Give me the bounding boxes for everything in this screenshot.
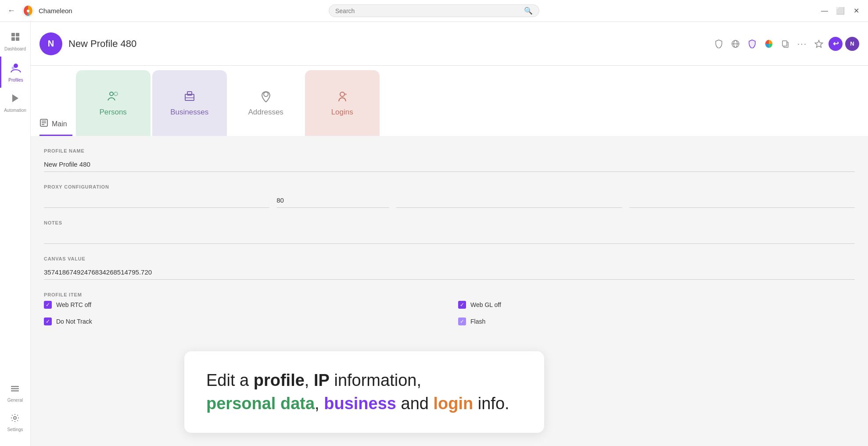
more-icon[interactable]: ··· — [795, 37, 809, 51]
tab-logins[interactable]: Logins — [305, 70, 380, 136]
copy-icon[interactable] — [778, 37, 793, 51]
restore-button[interactable]: ⬜ — [834, 4, 847, 18]
tab-addresses-label: Addresses — [248, 108, 283, 117]
svg-point-31 — [345, 93, 347, 95]
canvas-section: CANVAS VALUE — [44, 256, 855, 280]
title-bar-left: ← Chameleon — [5, 5, 154, 17]
checkbox-web-gl: ✓ Web GL off — [458, 301, 855, 309]
profiles-icon — [10, 62, 22, 76]
star-icon[interactable] — [812, 37, 826, 51]
svg-point-12 — [14, 417, 16, 419]
back-button[interactable]: ← — [5, 5, 18, 17]
tabs-row: Main Persons Businesses — [31, 66, 868, 136]
settings-icon — [10, 413, 20, 425]
privacy-icon[interactable] — [745, 37, 759, 51]
checkbox-flash-label: Flash — [470, 318, 485, 325]
sidebar-item-profiles[interactable]: Profiles — [0, 57, 30, 88]
svg-rect-4 — [11, 37, 15, 41]
title-bar-center: 🔍 — [154, 4, 714, 17]
profile-item-label: PROFILE ITEM — [44, 292, 855, 297]
checkbox-do-not-track-box[interactable]: ✓ — [44, 318, 52, 325]
close-button[interactable]: ✕ — [850, 4, 863, 18]
sidebar-item-dashboard-label: Dashboard — [4, 46, 26, 51]
app-body: Dashboard Profiles Automation — [0, 22, 868, 446]
profile-name: New Profile 480 — [68, 38, 136, 50]
search-bar[interactable]: 🔍 — [329, 4, 539, 17]
globe-icon[interactable] — [728, 37, 742, 51]
svg-rect-5 — [16, 37, 19, 41]
info-line1: Edit a profile, IP information, — [206, 369, 522, 392]
user-avatar-2[interactable]: N — [845, 37, 859, 51]
checkbox-web-gl-box[interactable]: ✓ — [458, 301, 466, 309]
sidebar-item-general[interactable]: General — [7, 378, 23, 408]
proxy-host-input[interactable] — [44, 193, 269, 208]
svg-point-1 — [27, 10, 29, 12]
checkbox-do-not-track-label: Do Not Track — [56, 318, 92, 325]
checkbox-flash-box[interactable]: ✓ — [458, 318, 466, 325]
sidebar-item-settings-label: Settings — [7, 427, 23, 432]
sidebar-item-dashboard[interactable]: Dashboard — [0, 26, 30, 57]
title-bar: ← Chameleon 🔍 — ⬜ ✕ — [0, 0, 868, 22]
sidebar-item-profiles-label: Profiles — [8, 78, 23, 82]
sidebar: Dashboard Profiles Automation — [0, 22, 31, 446]
proxy-port-input[interactable] — [276, 193, 389, 208]
general-icon — [10, 384, 20, 396]
app-title: Chameleon — [39, 7, 72, 14]
canvas-input[interactable] — [44, 265, 855, 280]
sidebar-item-general-label: General — [7, 398, 23, 403]
svg-rect-2 — [11, 33, 15, 36]
content-area: N New Profile 480 — [31, 22, 868, 446]
checkbox-web-rtc-box[interactable]: ✓ — [44, 301, 52, 309]
sidebar-item-automation-label: Automation — [4, 108, 26, 113]
search-icon: 🔍 — [524, 7, 533, 15]
user-avatar-1[interactable]: ↩ — [829, 37, 843, 51]
svg-point-30 — [340, 92, 344, 96]
profile-items-grid: ✓ Web RTC off ✓ Web GL off ✓ Do Not Trac… — [44, 301, 855, 330]
svg-marker-19 — [815, 40, 823, 47]
proxy-config-label: PROXY CONFIGURATION — [44, 184, 855, 189]
persons-tab-icon — [107, 90, 119, 104]
businesses-tab-icon — [183, 90, 196, 104]
sidebar-item-automation[interactable]: Automation — [0, 88, 30, 118]
tab-addresses[interactable]: Addresses — [229, 70, 303, 136]
automation-icon — [10, 93, 21, 106]
tab-main-label: Main — [52, 120, 67, 128]
minimize-button[interactable]: — — [818, 4, 831, 18]
svg-point-25 — [114, 92, 118, 96]
toolbar-icons: ··· ↩ N — [712, 37, 859, 51]
notes-input[interactable] — [44, 229, 855, 244]
chameleon-icon[interactable] — [762, 37, 776, 51]
search-input[interactable] — [335, 7, 520, 14]
info-box: Edit a profile, IP information, personal… — [184, 351, 544, 433]
app-logo — [22, 5, 34, 17]
profile-avatar: N — [39, 32, 62, 55]
tab-main[interactable]: Main — [39, 113, 72, 136]
shield-icon[interactable] — [712, 37, 726, 51]
checkbox-web-rtc-label: Web RTC off — [56, 301, 91, 308]
tab-businesses[interactable]: Businesses — [152, 70, 227, 136]
canvas-label: CANVAS VALUE — [44, 256, 855, 261]
main-tab-icon — [39, 118, 48, 129]
svg-rect-10 — [11, 388, 19, 389]
svg-rect-11 — [11, 390, 19, 392]
title-bar-right: — ⬜ ✕ — [714, 4, 863, 18]
checkbox-flash: ✓ Flash — [458, 318, 855, 325]
addresses-tab-icon — [261, 90, 271, 104]
sidebar-item-settings[interactable]: Settings — [7, 408, 23, 437]
svg-rect-9 — [11, 386, 19, 387]
profile-item-section: PROFILE ITEM ✓ Web RTC off ✓ Web GL off … — [44, 292, 855, 330]
svg-rect-18 — [782, 41, 787, 46]
proxy-user-input[interactable] — [396, 193, 622, 208]
tab-logins-label: Logins — [331, 108, 353, 117]
profile-name-input[interactable] — [44, 157, 855, 172]
tab-businesses-label: Businesses — [170, 108, 208, 117]
dashboard-icon — [10, 32, 21, 45]
svg-point-7 — [12, 67, 15, 70]
profile-name-section: PROFILE NAME — [44, 148, 855, 172]
proxy-pass-input[interactable] — [629, 193, 855, 208]
svg-marker-8 — [12, 94, 18, 102]
tab-persons[interactable]: Persons — [76, 70, 151, 136]
proxy-row — [44, 193, 855, 208]
profile-name-label: PROFILE NAME — [44, 148, 855, 153]
logins-tab-icon — [336, 90, 348, 104]
